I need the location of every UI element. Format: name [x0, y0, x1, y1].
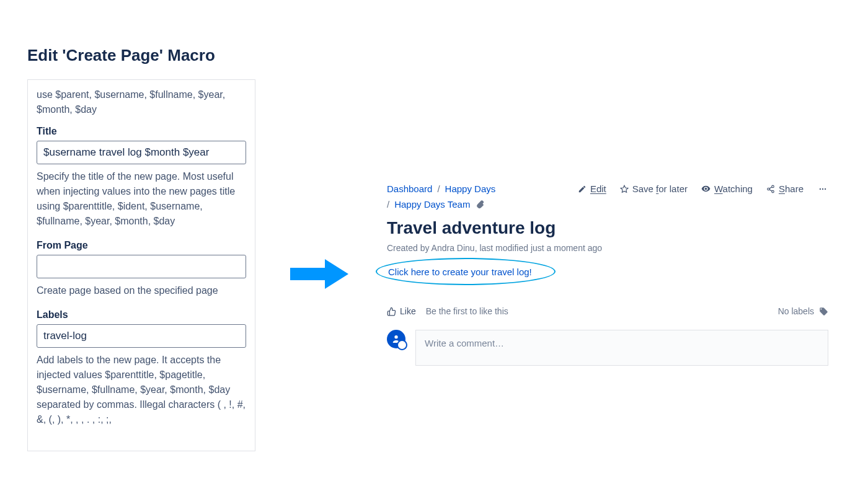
star-icon: [620, 185, 629, 193]
macro-panel-title: Edit 'Create Page' Macro: [27, 46, 215, 65]
svg-marker-1: [621, 185, 628, 192]
title-desc: Specify the title of the new page. Most …: [37, 169, 246, 229]
svg-point-3: [768, 188, 770, 190]
share-icon: [766, 185, 775, 193]
avatar: [387, 330, 405, 348]
macro-intro-hint: use $parent, $username, $fullname, $year…: [37, 87, 246, 117]
breadcrumb-team[interactable]: Happy Days Team: [394, 199, 470, 210]
like-button[interactable]: Like: [387, 306, 416, 316]
watching-label: WatchingWatching: [714, 183, 753, 194]
svg-point-8: [822, 188, 823, 189]
attachment-icon[interactable]: [475, 200, 485, 210]
frompage-field-label: From Page: [37, 240, 246, 251]
page-title: Travel adventure log: [387, 218, 828, 238]
svg-marker-0: [290, 259, 348, 289]
breadcrumb-sep-2: /: [387, 199, 389, 210]
breadcrumb: Dashboard / Happy Days: [387, 183, 495, 194]
svg-line-6: [769, 187, 772, 188]
edit-label: Edit: [590, 183, 606, 194]
save-later-button[interactable]: Save for laterSave for later: [620, 183, 688, 194]
labels-input[interactable]: [37, 324, 246, 348]
breadcrumb-dashboard[interactable]: Dashboard: [387, 183, 432, 194]
comment-input[interactable]: Write a comment…: [415, 330, 828, 366]
no-labels-text: No labels: [778, 306, 814, 316]
title-input[interactable]: [37, 141, 246, 164]
svg-point-4: [772, 190, 774, 193]
svg-point-2: [772, 185, 774, 188]
labels-field-label: Labels: [37, 309, 246, 320]
pencil-icon: [578, 185, 587, 193]
breadcrumb-line2: / Happy Days Team: [387, 199, 828, 210]
create-travel-log-link[interactable]: Click here to create your travel log!: [387, 267, 532, 277]
page-actions: Edit Save for laterSave for later Watchi…: [578, 183, 828, 194]
macro-edit-panel: use $parent, $username, $fullname, $year…: [27, 79, 255, 451]
thumbs-up-icon: [387, 307, 396, 316]
edit-button[interactable]: Edit: [578, 183, 606, 194]
frompage-input[interactable]: [37, 255, 246, 278]
page-preview: Dashboard / Happy Days Edit Save for lat…: [387, 183, 828, 366]
labels-section[interactable]: No labels: [778, 306, 828, 316]
arrow-right-icon: [290, 259, 348, 289]
share-label: ShareShare: [779, 183, 804, 194]
svg-line-5: [769, 189, 772, 190]
frompage-desc: Create page based on the specified page: [37, 283, 246, 298]
share-button[interactable]: ShareShare: [766, 183, 804, 194]
svg-point-10: [394, 335, 397, 338]
labels-desc: Add labels to the new page. It accepts t…: [37, 353, 246, 427]
title-field-label: Title: [37, 126, 246, 137]
breadcrumb-sep: /: [437, 183, 440, 194]
page-meta: Created by Andra Dinu, last modified jus…: [387, 243, 828, 253]
person-icon: [391, 334, 401, 345]
breadcrumb-space[interactable]: Happy Days: [445, 183, 496, 194]
tag-icon: [819, 307, 828, 316]
watching-button[interactable]: WatchingWatching: [701, 183, 753, 194]
svg-point-7: [820, 188, 821, 189]
svg-point-9: [825, 188, 826, 189]
like-label: Like: [400, 306, 416, 316]
eye-icon: [701, 184, 711, 193]
breadcrumb-and-actions: Dashboard / Happy Days Edit Save for lat…: [387, 183, 828, 194]
first-to-like: Be the first to like this: [426, 306, 508, 316]
ellipsis-icon: [817, 185, 828, 193]
save-later-label: Save for laterSave for later: [632, 183, 688, 194]
more-actions-button[interactable]: [817, 185, 828, 193]
